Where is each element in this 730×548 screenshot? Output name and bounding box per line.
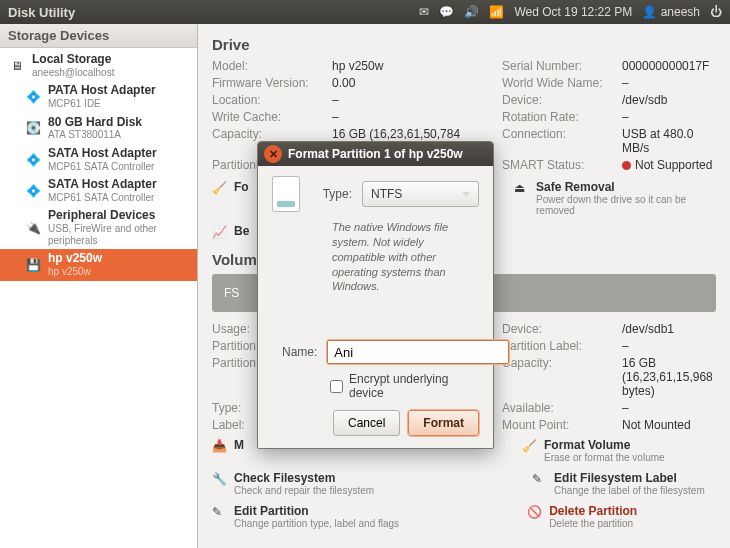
flash-icon: 💾 — [24, 256, 42, 274]
name-input[interactable] — [327, 340, 509, 364]
value: – — [332, 110, 492, 124]
sidebar-item[interactable]: 💠 SATA Host Adapter MCP61 SATA Controlle… — [0, 144, 197, 175]
format-partition-dialog: ✕ Format Partition 1 of hp v250w Type: N… — [257, 141, 494, 449]
value: /dev/sdb — [622, 93, 716, 107]
type-label: Type: — [310, 187, 352, 201]
drive-section-title: Drive — [212, 36, 716, 53]
label: Rotation Rate: — [502, 110, 612, 124]
sidebar-item-sublabel: ATA ST380011A — [48, 129, 142, 141]
label: SMART Status: — [502, 158, 612, 172]
value: – — [622, 339, 716, 353]
encrypt-checkbox[interactable] — [330, 380, 343, 393]
user-menu[interactable]: 👤 aneesh — [642, 5, 700, 19]
mount-volume-action[interactable]: 📥 M — [212, 438, 244, 463]
sidebar-item-label: 80 GB Hard Disk — [48, 116, 142, 130]
value: USB at 480.0 MB/s — [622, 127, 716, 155]
network-icon[interactable]: 📶 — [489, 5, 504, 19]
sidebar-item-sublabel: MCP61 IDE — [48, 98, 156, 110]
computer-icon: 🖥 — [8, 57, 26, 75]
volume-icon[interactable]: 🔊 — [464, 5, 479, 19]
sidebar-item-label: SATA Host Adapter — [48, 147, 157, 161]
label: Location: — [212, 93, 322, 107]
sidebar-item[interactable]: 🔌 Peripheral Devices USB, FireWire and o… — [0, 206, 197, 249]
value: 16 GB (16,23,61,15,968 bytes) — [622, 356, 716, 398]
chevron-down-icon — [462, 192, 470, 197]
benchmark-action[interactable]: 📈 Be — [212, 224, 249, 241]
label: World Wide Name: — [502, 76, 612, 90]
storage-tree: 🖥 Local Storage aneesh@localhost💠 PATA H… — [0, 48, 197, 283]
check-filesystem-action[interactable]: 🔧 Check FilesystemCheck and repair the f… — [212, 471, 374, 496]
system-tray: ✉ 💬 🔊 📶 Wed Oct 19 12:22 PM 👤 aneesh ⏻ — [419, 5, 722, 19]
type-value: NTFS — [371, 187, 402, 201]
sidebar-item-label: Local Storage — [32, 53, 114, 67]
disk-icon — [272, 176, 300, 212]
type-select[interactable]: NTFS — [362, 181, 479, 207]
sidebar-item-sublabel: aneesh@localhost — [32, 67, 114, 79]
value: /dev/sdb1 — [622, 322, 716, 336]
close-icon[interactable]: ✕ — [264, 145, 282, 163]
power-icon[interactable]: ⏻ — [710, 5, 722, 19]
label: Device: — [502, 322, 612, 336]
value: 0.00 — [332, 76, 492, 90]
cancel-button[interactable]: Cancel — [333, 410, 400, 436]
dialog-title-text: Format Partition 1 of hp v250w — [288, 147, 463, 161]
sidebar-item-label: SATA Host Adapter — [48, 178, 157, 192]
sidebar-item[interactable]: 💠 PATA Host Adapter MCP61 IDE — [0, 81, 197, 112]
sidebar-item-sublabel: MCP61 SATA Controller — [48, 161, 157, 173]
value: – — [622, 401, 716, 415]
gauge-icon: 📈 — [212, 225, 228, 241]
value: 000000000017F — [622, 59, 716, 73]
sidebar-item-sublabel: MCP61 SATA Controller — [48, 192, 157, 204]
sidebar-item[interactable]: 💾 hp v250w hp v250w — [0, 249, 197, 280]
sidebar: Storage Devices 🖥 Local Storage aneesh@l… — [0, 24, 198, 548]
dialog-titlebar[interactable]: ✕ Format Partition 1 of hp v250w — [258, 142, 493, 166]
delete-partition-action[interactable]: 🚫 Delete PartitionDelete the partition — [527, 504, 637, 529]
format-button[interactable]: Format — [408, 410, 479, 436]
sidebar-item[interactable]: 🖥 Local Storage aneesh@localhost — [0, 50, 197, 81]
brush-icon: 🧹 — [522, 439, 538, 455]
sidebar-item-label: hp v250w — [48, 252, 102, 266]
label: Connection: — [502, 127, 612, 155]
adapter-icon: 💠 — [24, 182, 42, 200]
name-label: Name: — [282, 345, 317, 359]
label: Device: — [502, 93, 612, 107]
chat-icon[interactable]: 💬 — [439, 5, 454, 19]
sidebar-item-label: PATA Host Adapter — [48, 84, 156, 98]
eject-icon: ⏏ — [514, 181, 530, 197]
mail-icon[interactable]: ✉ — [419, 5, 429, 19]
label: Serial Number: — [502, 59, 612, 73]
label: Mount Point: — [502, 418, 612, 432]
top-panel: Disk Utility ✉ 💬 🔊 📶 Wed Oct 19 12:22 PM… — [0, 0, 730, 24]
label: Firmware Version: — [212, 76, 322, 90]
sidebar-item-label: Peripheral Devices — [48, 209, 191, 223]
app-title: Disk Utility — [8, 5, 419, 20]
value: – — [332, 93, 492, 107]
label: Capacity: — [502, 356, 612, 398]
value: Not Mounted — [622, 418, 716, 432]
value: – — [622, 76, 716, 90]
label: Write Cache: — [212, 110, 322, 124]
pencil-icon: ✎ — [532, 472, 548, 488]
value: Not Supported — [622, 158, 716, 172]
safe-removal-action[interactable]: ⏏ Safe RemovalPower down the drive so it… — [514, 180, 716, 216]
delete-icon: 🚫 — [527, 505, 543, 521]
edit-partition-action[interactable]: ✎ Edit PartitionChange partition type, l… — [212, 504, 399, 529]
adapter-icon: 💠 — [24, 88, 42, 106]
sidebar-header: Storage Devices — [0, 24, 197, 48]
status-dot-icon — [622, 161, 631, 170]
type-hint: The native Windows file system. Not wide… — [272, 220, 479, 294]
format-volume-action[interactable]: 🧹 Format VolumeErase or format the volum… — [522, 438, 665, 463]
hdd-icon: 💽 — [24, 119, 42, 137]
sidebar-item-sublabel: hp v250w — [48, 266, 102, 278]
adapter-icon: 💠 — [24, 151, 42, 169]
clock[interactable]: Wed Oct 19 12:22 PM — [514, 5, 632, 19]
usb-icon: 🔌 — [24, 219, 42, 237]
encrypt-label: Encrypt underlying device — [349, 372, 479, 400]
label: Partition Label: — [502, 339, 612, 353]
format-drive-action[interactable]: 🧹 Fo — [212, 180, 249, 216]
sidebar-item[interactable]: 💠 SATA Host Adapter MCP61 SATA Controlle… — [0, 175, 197, 206]
label: Available: — [502, 401, 612, 415]
sidebar-item[interactable]: 💽 80 GB Hard Disk ATA ST380011A — [0, 113, 197, 144]
value: hp v250w — [332, 59, 492, 73]
edit-label-action[interactable]: ✎ Edit Filesystem LabelChange the label … — [532, 471, 705, 496]
